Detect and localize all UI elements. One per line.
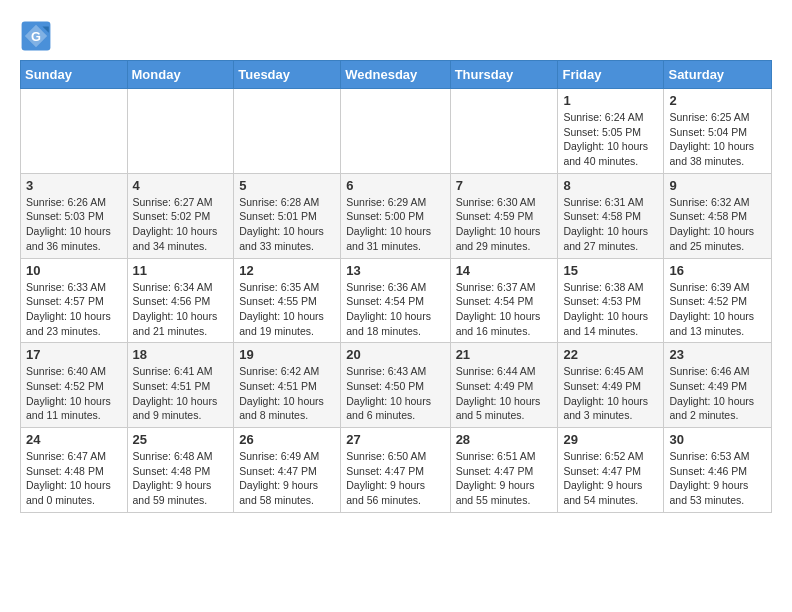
calendar-cell-0-4 <box>450 89 558 174</box>
calendar-cell-4-0: 24Sunrise: 6:47 AM Sunset: 4:48 PM Dayli… <box>21 428 128 513</box>
day-number-1-3: 6 <box>346 178 444 193</box>
calendar-cell-0-0 <box>21 89 128 174</box>
calendar-cell-4-4: 28Sunrise: 6:51 AM Sunset: 4:47 PM Dayli… <box>450 428 558 513</box>
day-info-4-4: Sunrise: 6:51 AM Sunset: 4:47 PM Dayligh… <box>456 449 553 508</box>
logo-icon: G <box>20 20 52 52</box>
week-row-0: 1Sunrise: 6:24 AM Sunset: 5:05 PM Daylig… <box>21 89 772 174</box>
day-number-4-2: 26 <box>239 432 335 447</box>
day-info-1-0: Sunrise: 6:26 AM Sunset: 5:03 PM Dayligh… <box>26 195 122 254</box>
day-number-3-6: 23 <box>669 347 766 362</box>
day-info-2-6: Sunrise: 6:39 AM Sunset: 4:52 PM Dayligh… <box>669 280 766 339</box>
calendar-cell-2-1: 11Sunrise: 6:34 AM Sunset: 4:56 PM Dayli… <box>127 258 234 343</box>
day-info-1-6: Sunrise: 6:32 AM Sunset: 4:58 PM Dayligh… <box>669 195 766 254</box>
day-number-2-2: 12 <box>239 263 335 278</box>
day-info-3-0: Sunrise: 6:40 AM Sunset: 4:52 PM Dayligh… <box>26 364 122 423</box>
day-info-4-0: Sunrise: 6:47 AM Sunset: 4:48 PM Dayligh… <box>26 449 122 508</box>
day-info-0-6: Sunrise: 6:25 AM Sunset: 5:04 PM Dayligh… <box>669 110 766 169</box>
day-number-3-3: 20 <box>346 347 444 362</box>
calendar-cell-3-1: 18Sunrise: 6:41 AM Sunset: 4:51 PM Dayli… <box>127 343 234 428</box>
header-saturday: Saturday <box>664 61 772 89</box>
calendar-cell-2-5: 15Sunrise: 6:38 AM Sunset: 4:53 PM Dayli… <box>558 258 664 343</box>
day-number-1-5: 8 <box>563 178 658 193</box>
day-info-4-1: Sunrise: 6:48 AM Sunset: 4:48 PM Dayligh… <box>133 449 229 508</box>
week-row-4: 24Sunrise: 6:47 AM Sunset: 4:48 PM Dayli… <box>21 428 772 513</box>
calendar-cell-0-3 <box>341 89 450 174</box>
header-sunday: Sunday <box>21 61 128 89</box>
svg-text:G: G <box>31 29 41 44</box>
day-info-3-4: Sunrise: 6:44 AM Sunset: 4:49 PM Dayligh… <box>456 364 553 423</box>
day-info-2-0: Sunrise: 6:33 AM Sunset: 4:57 PM Dayligh… <box>26 280 122 339</box>
calendar-cell-3-5: 22Sunrise: 6:45 AM Sunset: 4:49 PM Dayli… <box>558 343 664 428</box>
header-monday: Monday <box>127 61 234 89</box>
day-info-3-3: Sunrise: 6:43 AM Sunset: 4:50 PM Dayligh… <box>346 364 444 423</box>
day-number-4-4: 28 <box>456 432 553 447</box>
header-wednesday: Wednesday <box>341 61 450 89</box>
day-number-2-3: 13 <box>346 263 444 278</box>
header-tuesday: Tuesday <box>234 61 341 89</box>
day-number-2-0: 10 <box>26 263 122 278</box>
calendar-cell-3-2: 19Sunrise: 6:42 AM Sunset: 4:51 PM Dayli… <box>234 343 341 428</box>
header-thursday: Thursday <box>450 61 558 89</box>
day-number-3-0: 17 <box>26 347 122 362</box>
calendar-cell-2-3: 13Sunrise: 6:36 AM Sunset: 4:54 PM Dayli… <box>341 258 450 343</box>
calendar-cell-4-1: 25Sunrise: 6:48 AM Sunset: 4:48 PM Dayli… <box>127 428 234 513</box>
day-info-1-2: Sunrise: 6:28 AM Sunset: 5:01 PM Dayligh… <box>239 195 335 254</box>
day-info-3-5: Sunrise: 6:45 AM Sunset: 4:49 PM Dayligh… <box>563 364 658 423</box>
day-info-2-3: Sunrise: 6:36 AM Sunset: 4:54 PM Dayligh… <box>346 280 444 339</box>
day-number-0-6: 2 <box>669 93 766 108</box>
day-info-2-4: Sunrise: 6:37 AM Sunset: 4:54 PM Dayligh… <box>456 280 553 339</box>
day-number-4-0: 24 <box>26 432 122 447</box>
header-friday: Friday <box>558 61 664 89</box>
calendar-cell-3-3: 20Sunrise: 6:43 AM Sunset: 4:50 PM Dayli… <box>341 343 450 428</box>
calendar-cell-1-2: 5Sunrise: 6:28 AM Sunset: 5:01 PM Daylig… <box>234 173 341 258</box>
calendar-cell-0-6: 2Sunrise: 6:25 AM Sunset: 5:04 PM Daylig… <box>664 89 772 174</box>
day-info-2-1: Sunrise: 6:34 AM Sunset: 4:56 PM Dayligh… <box>133 280 229 339</box>
week-row-3: 17Sunrise: 6:40 AM Sunset: 4:52 PM Dayli… <box>21 343 772 428</box>
calendar-cell-1-0: 3Sunrise: 6:26 AM Sunset: 5:03 PM Daylig… <box>21 173 128 258</box>
day-info-3-1: Sunrise: 6:41 AM Sunset: 4:51 PM Dayligh… <box>133 364 229 423</box>
day-info-1-1: Sunrise: 6:27 AM Sunset: 5:02 PM Dayligh… <box>133 195 229 254</box>
day-number-4-6: 30 <box>669 432 766 447</box>
day-number-3-2: 19 <box>239 347 335 362</box>
day-number-0-5: 1 <box>563 93 658 108</box>
day-number-2-6: 16 <box>669 263 766 278</box>
calendar-cell-1-3: 6Sunrise: 6:29 AM Sunset: 5:00 PM Daylig… <box>341 173 450 258</box>
day-info-3-2: Sunrise: 6:42 AM Sunset: 4:51 PM Dayligh… <box>239 364 335 423</box>
day-number-1-2: 5 <box>239 178 335 193</box>
day-number-1-6: 9 <box>669 178 766 193</box>
calendar-cell-4-2: 26Sunrise: 6:49 AM Sunset: 4:47 PM Dayli… <box>234 428 341 513</box>
calendar-cell-1-6: 9Sunrise: 6:32 AM Sunset: 4:58 PM Daylig… <box>664 173 772 258</box>
day-info-2-2: Sunrise: 6:35 AM Sunset: 4:55 PM Dayligh… <box>239 280 335 339</box>
day-number-2-4: 14 <box>456 263 553 278</box>
page: G Sunday Monday Tuesday Wednesday Thursd… <box>0 0 792 523</box>
day-info-1-5: Sunrise: 6:31 AM Sunset: 4:58 PM Dayligh… <box>563 195 658 254</box>
calendar-cell-0-5: 1Sunrise: 6:24 AM Sunset: 5:05 PM Daylig… <box>558 89 664 174</box>
calendar-cell-2-6: 16Sunrise: 6:39 AM Sunset: 4:52 PM Dayli… <box>664 258 772 343</box>
calendar-cell-0-1 <box>127 89 234 174</box>
calendar: Sunday Monday Tuesday Wednesday Thursday… <box>20 60 772 513</box>
day-info-2-5: Sunrise: 6:38 AM Sunset: 4:53 PM Dayligh… <box>563 280 658 339</box>
calendar-cell-4-3: 27Sunrise: 6:50 AM Sunset: 4:47 PM Dayli… <box>341 428 450 513</box>
day-info-1-3: Sunrise: 6:29 AM Sunset: 5:00 PM Dayligh… <box>346 195 444 254</box>
calendar-cell-2-2: 12Sunrise: 6:35 AM Sunset: 4:55 PM Dayli… <box>234 258 341 343</box>
calendar-cell-3-6: 23Sunrise: 6:46 AM Sunset: 4:49 PM Dayli… <box>664 343 772 428</box>
day-number-4-5: 29 <box>563 432 658 447</box>
calendar-cell-4-5: 29Sunrise: 6:52 AM Sunset: 4:47 PM Dayli… <box>558 428 664 513</box>
logo: G <box>20 20 56 52</box>
day-number-1-4: 7 <box>456 178 553 193</box>
calendar-cell-0-2 <box>234 89 341 174</box>
day-info-4-2: Sunrise: 6:49 AM Sunset: 4:47 PM Dayligh… <box>239 449 335 508</box>
calendar-cell-4-6: 30Sunrise: 6:53 AM Sunset: 4:46 PM Dayli… <box>664 428 772 513</box>
day-info-4-3: Sunrise: 6:50 AM Sunset: 4:47 PM Dayligh… <box>346 449 444 508</box>
day-number-2-5: 15 <box>563 263 658 278</box>
calendar-cell-3-0: 17Sunrise: 6:40 AM Sunset: 4:52 PM Dayli… <box>21 343 128 428</box>
calendar-cell-1-1: 4Sunrise: 6:27 AM Sunset: 5:02 PM Daylig… <box>127 173 234 258</box>
day-info-1-4: Sunrise: 6:30 AM Sunset: 4:59 PM Dayligh… <box>456 195 553 254</box>
calendar-header-row: Sunday Monday Tuesday Wednesday Thursday… <box>21 61 772 89</box>
calendar-cell-1-5: 8Sunrise: 6:31 AM Sunset: 4:58 PM Daylig… <box>558 173 664 258</box>
day-number-4-1: 25 <box>133 432 229 447</box>
week-row-1: 3Sunrise: 6:26 AM Sunset: 5:03 PM Daylig… <box>21 173 772 258</box>
calendar-cell-2-4: 14Sunrise: 6:37 AM Sunset: 4:54 PM Dayli… <box>450 258 558 343</box>
day-info-4-6: Sunrise: 6:53 AM Sunset: 4:46 PM Dayligh… <box>669 449 766 508</box>
day-info-3-6: Sunrise: 6:46 AM Sunset: 4:49 PM Dayligh… <box>669 364 766 423</box>
